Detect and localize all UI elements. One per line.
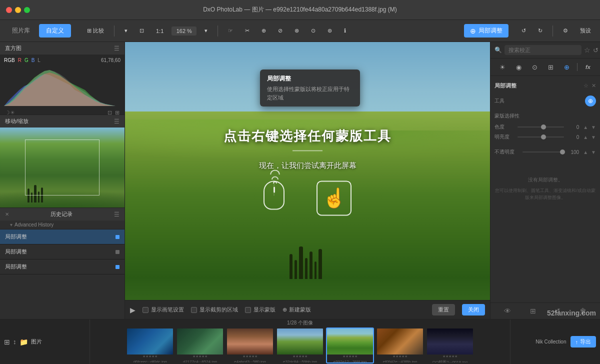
star-panel-icon[interactable]: ☆	[584, 82, 588, 89]
view-options-btn[interactable]: ▾	[120, 26, 132, 36]
close-btn[interactable]: 关闭	[462, 304, 485, 316]
tool-more[interactable]: ⊙	[307, 26, 320, 36]
refresh-icon[interactable]: ↺	[593, 46, 598, 54]
undo-btn[interactable]: ↺	[518, 26, 530, 36]
opacity-value: 100	[567, 150, 579, 155]
fullscreen-window-btn[interactable]	[24, 7, 30, 13]
history-item[interactable]: 局部调整	[0, 260, 124, 274]
eye-icon[interactable]: 👁	[504, 307, 511, 315]
filmstrip-item[interactable]: ★★★★★ e4abcd3···5ff0.jpg	[226, 328, 274, 364]
close-window-btn[interactable]	[6, 7, 12, 13]
opacity-track[interactable]	[522, 152, 564, 152]
compare-btn[interactable]: ⊞ 比较	[83, 25, 108, 36]
hist-value: 61,78,60	[101, 58, 120, 63]
filmstrip-item[interactable]: ★★★★★ QQ截图2···0018.jpg	[426, 328, 474, 364]
close-panel-icon[interactable]: ✕	[592, 82, 596, 89]
monitor-icon[interactable]: ⊡	[108, 110, 112, 116]
filmstrip-item[interactable]: ★★★★★ d6fceec···df0dc.jpg	[126, 328, 174, 364]
star-icon[interactable]: ☆	[584, 46, 590, 54]
luma-track[interactable]	[518, 136, 564, 138]
minimize-window-btn[interactable]	[15, 7, 21, 13]
local-icon[interactable]: ⊕	[561, 62, 572, 72]
tool-info[interactable]: ℹ	[340, 26, 350, 36]
local-adj-panel-header: 局部调整 ☆ ✕	[494, 80, 596, 92]
tab-customize[interactable]: 自定义	[39, 24, 71, 38]
tool-horizon[interactable]: ⊘	[274, 26, 286, 36]
tab-library[interactable]: 照片库	[5, 24, 37, 38]
preset-btn[interactable]: 预设	[576, 25, 595, 36]
tool-retouch[interactable]: ⊕	[258, 26, 270, 36]
chroma-thumb[interactable]	[541, 124, 546, 130]
main-canvas[interactable]: 局部调整 使用选择性蒙版以将校正应用于特定区域 点击右键选择任何蒙版工具 现在，…	[125, 42, 490, 319]
color-icon[interactable]: ◉	[513, 62, 524, 72]
tool-hand[interactable]: ☞	[224, 26, 237, 36]
filmstrip-images: ★★★★★ d6fceec···df0dc.jpg ★★★★★ d2177c4·…	[123, 326, 477, 364]
show-mask-checkbox[interactable]	[245, 307, 251, 313]
opacity-stepper-down[interactable]: ▼	[591, 150, 596, 155]
chroma-track[interactable]	[518, 126, 564, 128]
show-brush-settings-check[interactable]: 显示画笔设置	[142, 306, 184, 314]
tool-eyedropper[interactable]: ⊛	[324, 26, 336, 36]
hist-r-label[interactable]: R	[18, 58, 22, 63]
luma-stepper-down[interactable]: ▼	[591, 134, 596, 140]
close-history-icon[interactable]: ✕	[5, 212, 9, 217]
histogram-menu-icon[interactable]: ☰	[114, 45, 120, 52]
thumbnail-viewport[interactable]	[25, 140, 100, 196]
canvas-overlay-text: 点击右键选择任何蒙版工具 现在，让我们尝试离开此屏幕	[224, 128, 392, 216]
tool-perspective[interactable]: ⊗	[290, 26, 303, 36]
opacity-thumb[interactable]	[560, 150, 565, 154]
chroma-stepper-up[interactable]: ▲	[583, 124, 588, 130]
hist-rgb-label[interactable]: RGB	[4, 58, 15, 63]
show-crop-checkbox[interactable]	[191, 307, 197, 313]
history-section: ✕ 历史记录 ☰ ▾ Advanced History 局部调整 局部调整 局部…	[0, 208, 124, 319]
filmstrip-item[interactable]: ★★★★★ ef0942e···43f8b.jpg	[376, 328, 424, 364]
expand-icon[interactable]: ⊞	[115, 110, 120, 116]
window-controls[interactable]	[6, 7, 30, 13]
hist-l-label[interactable]: L	[38, 58, 40, 63]
redo-btn[interactable]: ↻	[534, 26, 546, 36]
filmstrip-item[interactable]: ★★★★★ e32dc84···59bb.jpg	[276, 328, 324, 364]
history-menu-icon[interactable]: ☰	[114, 211, 120, 218]
play-btn[interactable]: ▶	[130, 306, 136, 314]
show-brush-checkbox[interactable]	[142, 307, 148, 313]
geometry-icon[interactable]: ⊞	[545, 62, 556, 72]
opacity-stepper-up[interactable]: ▲	[583, 150, 588, 155]
icon-divider	[577, 63, 578, 71]
history-item[interactable]: 局部调整	[0, 230, 124, 244]
filmstrip-sort-icon[interactable]: ↕	[13, 338, 16, 346]
show-mask-check[interactable]: 显示蒙版	[245, 306, 276, 314]
tool-crop[interactable]: ✂	[241, 26, 254, 36]
search-input[interactable]	[504, 45, 582, 55]
detail-icon[interactable]: ⊙	[529, 62, 540, 72]
export-btn[interactable]: ↑ 导出	[570, 336, 596, 348]
new-mask-btn[interactable]: ⊕ 新建蒙版	[282, 306, 311, 314]
histogram-section: 直方图 ☰ RGB R G B L 61,78,60	[0, 42, 124, 115]
show-crop-check[interactable]: 显示截剪的区域	[191, 306, 238, 314]
luma-stepper-up[interactable]: ▲	[583, 134, 588, 140]
zoom-1-1-btn[interactable]: 1:1	[152, 26, 168, 36]
watermark: 52fanxing.com	[547, 309, 596, 317]
zoom-level-display[interactable]: 162 %	[172, 26, 196, 36]
zoom-dropdown-btn[interactable]: ▾	[200, 26, 212, 36]
chevron-down-icon[interactable]: ▾	[10, 222, 12, 228]
move-zoom-menu-icon[interactable]: ☰	[114, 118, 120, 125]
fx-icon[interactable]: fx	[582, 62, 594, 72]
settings-btn[interactable]: ⚙	[559, 26, 572, 36]
filmstrip-item[interactable]: ★★★★★ d2177c4···8524.jpg	[176, 328, 224, 364]
fit-btn[interactable]: ⊡	[136, 26, 148, 36]
hist-g-label[interactable]: G	[24, 58, 28, 63]
local-adj-btn[interactable]: ⊕ 局部调整	[464, 24, 508, 38]
history-item[interactable]: 局部调整	[0, 244, 124, 260]
film-stars: ★★★★★	[377, 354, 423, 358]
tool-row: 工具 ⊕	[494, 96, 596, 106]
luma-thumb[interactable]	[541, 134, 546, 140]
filmstrip-item-active[interactable]: ★★★★★ e992e12···388f.jpg	[326, 328, 374, 364]
hist-b-label[interactable]: B	[32, 58, 35, 63]
chroma-stepper-down[interactable]: ▼	[591, 124, 596, 130]
layers-icon[interactable]: ⊞	[530, 307, 536, 315]
active-tool-indicator: ⊕	[585, 96, 596, 106]
light-icon[interactable]: ☀	[497, 62, 508, 72]
filmstrip-filter-icon[interactable]: ⊞	[4, 338, 10, 346]
histogram-header: 直方图 ☰	[0, 42, 124, 54]
reset-btn[interactable]: 重置	[432, 304, 455, 316]
